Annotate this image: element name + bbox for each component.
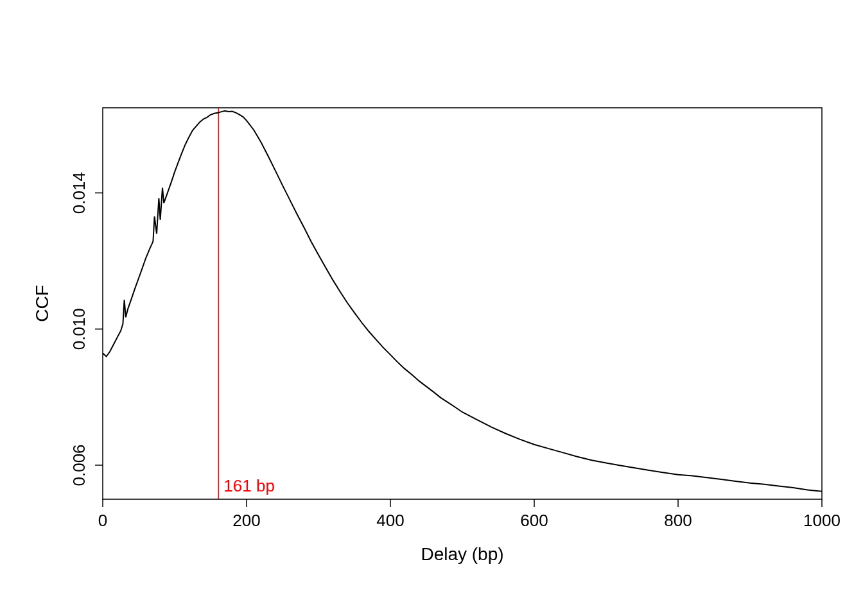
x-tick-label: 200 bbox=[232, 511, 260, 530]
y-axis: 0.0060.0100.014 bbox=[69, 172, 103, 486]
x-axis-title: Delay (bp) bbox=[421, 544, 503, 564]
plot-border bbox=[103, 108, 822, 499]
x-tick-label: 0 bbox=[98, 511, 107, 530]
y-tick-label: 0.014 bbox=[69, 172, 89, 214]
x-tick-label: 800 bbox=[664, 511, 692, 530]
y-tick-label: 0.010 bbox=[69, 308, 89, 350]
ccf-delay-chart: 02004006008001000 0.0060.0100.014 Delay … bbox=[0, 0, 863, 616]
peak-annotation: 161 bp bbox=[223, 476, 275, 495]
y-tick-label: 0.006 bbox=[69, 444, 89, 486]
x-tick-label: 400 bbox=[376, 511, 404, 530]
x-tick-label: 600 bbox=[520, 511, 548, 530]
x-axis: 02004006008001000 bbox=[98, 499, 841, 530]
ccf-curve bbox=[103, 111, 822, 492]
x-tick-label: 1000 bbox=[803, 511, 841, 530]
y-axis-title: CCF bbox=[32, 285, 52, 322]
